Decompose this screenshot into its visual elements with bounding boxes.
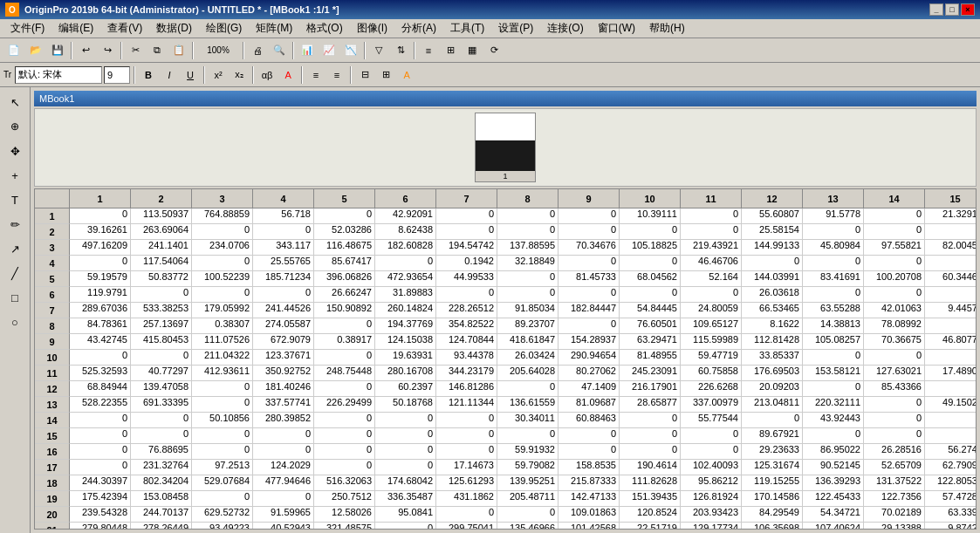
col-header-13[interactable]: 13 bbox=[803, 189, 864, 208]
cell-r20-c15[interactable]: 63.3392 bbox=[925, 507, 976, 523]
cell-r15-c10[interactable]: 0 bbox=[620, 428, 681, 444]
cell-r18-c9[interactable]: 215.87333 bbox=[559, 475, 620, 491]
cell-r9-c8[interactable]: 418.61847 bbox=[497, 334, 559, 350]
cell-r4-c2[interactable]: 117.54064 bbox=[131, 256, 192, 271]
cell-r20-c10[interactable]: 120.8524 bbox=[620, 507, 681, 523]
cell-r16-c14[interactable]: 26.28516 bbox=[864, 444, 925, 460]
cell-r14-c5[interactable]: 0 bbox=[314, 413, 375, 428]
cell-r5-c8[interactable]: 0 bbox=[497, 271, 559, 287]
undo-button[interactable]: ↩ bbox=[75, 41, 96, 60]
cell-r10-c4[interactable]: 123.37671 bbox=[253, 350, 314, 366]
cell-r13-c14[interactable]: 0 bbox=[864, 397, 925, 413]
graph-button[interactable]: 📊 bbox=[297, 41, 318, 60]
align-left[interactable]: ≡ bbox=[306, 66, 326, 84]
cell-r16-c7[interactable]: 0 bbox=[436, 444, 497, 460]
cell-r8-c12[interactable]: 8.1622 bbox=[742, 318, 803, 334]
cell-r7-c7[interactable]: 228.26512 bbox=[436, 303, 497, 318]
cell-r5-c6[interactable]: 472.93654 bbox=[375, 271, 436, 287]
text-tool[interactable]: T bbox=[3, 188, 26, 211]
cell-r17-c12[interactable]: 125.31674 bbox=[742, 460, 803, 475]
subscript-btn[interactable]: x₂ bbox=[230, 66, 249, 84]
row-num-6[interactable]: 6 bbox=[35, 287, 70, 303]
cell-r15-c5[interactable]: 0 bbox=[314, 428, 375, 444]
menu-plot[interactable]: 绘图(G) bbox=[199, 19, 249, 38]
close-button[interactable]: × bbox=[961, 3, 975, 16]
font-color-btn[interactable]: A bbox=[278, 66, 298, 84]
cell-r4-c13[interactable]: 0 bbox=[803, 256, 864, 271]
cell-r5-c13[interactable]: 83.41691 bbox=[803, 271, 864, 287]
cell-r5-c7[interactable]: 44.99533 bbox=[436, 271, 497, 287]
cell-r6-c14[interactable]: 0 bbox=[864, 287, 925, 303]
zoom-box[interactable]: 100% bbox=[196, 41, 240, 60]
cell-r6-c1[interactable]: 119.9791 bbox=[70, 287, 131, 303]
col-header-4[interactable]: 4 bbox=[253, 189, 314, 208]
cell-r9-c10[interactable]: 63.29471 bbox=[620, 334, 681, 350]
row-num-2[interactable]: 2 bbox=[35, 224, 70, 240]
cell-r13-c6[interactable]: 50.18768 bbox=[375, 397, 436, 413]
cell-r17-c14[interactable]: 52.65709 bbox=[864, 460, 925, 475]
cell-r8-c1[interactable]: 84.78361 bbox=[70, 318, 131, 334]
cell-r10-c13[interactable]: 0 bbox=[803, 350, 864, 366]
cell-r17-c15[interactable]: 62.79095 bbox=[925, 460, 976, 475]
cell-r7-c11[interactable]: 24.80059 bbox=[681, 303, 742, 318]
cell-r21-c6[interactable]: 0 bbox=[375, 523, 436, 529]
cell-r16-c12[interactable]: 29.23633 bbox=[742, 444, 803, 460]
cell-r12-c11[interactable]: 226.6268 bbox=[681, 381, 742, 397]
cell-r7-c12[interactable]: 66.53465 bbox=[742, 303, 803, 318]
cell-r2-c9[interactable]: 0 bbox=[559, 224, 620, 240]
cell-r11-c10[interactable]: 245.23091 bbox=[620, 366, 681, 381]
cell-r2-c8[interactable]: 0 bbox=[497, 224, 559, 240]
cell-r17-c4[interactable]: 124.2029 bbox=[253, 460, 314, 475]
chart-button[interactable]: 📈 bbox=[319, 41, 339, 60]
cell-r17-c3[interactable]: 97.2513 bbox=[192, 460, 253, 475]
cell-r2-c6[interactable]: 8.62438 bbox=[375, 224, 436, 240]
cell-r2-c14[interactable]: 0 bbox=[864, 224, 925, 240]
cell-r14-c12[interactable]: 0 bbox=[742, 413, 803, 428]
cell-r21-c10[interactable]: 22.51719 bbox=[620, 523, 681, 529]
cell-r19-c10[interactable]: 151.39435 bbox=[620, 491, 681, 507]
col-header-9[interactable]: 9 bbox=[559, 189, 620, 208]
cell-r19-c13[interactable]: 122.45433 bbox=[803, 491, 864, 507]
cell-r14-c14[interactable]: 0 bbox=[864, 413, 925, 428]
cell-r20-c14[interactable]: 70.02189 bbox=[864, 507, 925, 523]
cell-r10-c9[interactable]: 290.94654 bbox=[559, 350, 620, 366]
cell-r9-c6[interactable]: 124.15038 bbox=[375, 334, 436, 350]
cell-r12-c4[interactable]: 181.40246 bbox=[253, 381, 314, 397]
menu-settings[interactable]: 设置(P) bbox=[491, 19, 540, 38]
cell-r14-c6[interactable]: 0 bbox=[375, 413, 436, 428]
cell-r20-c11[interactable]: 203.93423 bbox=[681, 507, 742, 523]
cell-r1-c12[interactable]: 55.60807 bbox=[742, 208, 803, 224]
cell-r9-c13[interactable]: 105.08257 bbox=[803, 334, 864, 350]
cell-r16-c8[interactable]: 59.91932 bbox=[497, 444, 559, 460]
cell-r15-c6[interactable]: 0 bbox=[375, 428, 436, 444]
col-header-1[interactable]: 1 bbox=[70, 189, 131, 208]
cell-r19-c12[interactable]: 170.14586 bbox=[742, 491, 803, 507]
cell-r6-c5[interactable]: 26.66247 bbox=[314, 287, 375, 303]
cell-r17-c10[interactable]: 190.4614 bbox=[620, 460, 681, 475]
draw-tool[interactable]: ✏ bbox=[3, 213, 26, 236]
cell-r19-c1[interactable]: 175.42394 bbox=[70, 491, 131, 507]
cell-r19-c3[interactable]: 0 bbox=[192, 491, 253, 507]
cell-r8-c15[interactable]: 0 bbox=[925, 318, 976, 334]
cell-r3-c8[interactable]: 137.88595 bbox=[497, 240, 559, 256]
cell-r1-c1[interactable]: 0 bbox=[70, 208, 131, 224]
circle-tool[interactable]: ○ bbox=[3, 311, 26, 333]
cell-r3-c3[interactable]: 234.0706 bbox=[192, 240, 253, 256]
cell-r3-c14[interactable]: 97.55821 bbox=[864, 240, 925, 256]
cell-r17-c2[interactable]: 231.32764 bbox=[131, 460, 192, 475]
zoom-tool[interactable]: ⊕ bbox=[3, 115, 26, 138]
copy-button[interactable]: ⧉ bbox=[147, 41, 168, 60]
cell-r19-c5[interactable]: 250.7512 bbox=[314, 491, 375, 507]
cell-r5-c15[interactable]: 60.34464 bbox=[925, 271, 976, 287]
cell-r16-c15[interactable]: 56.2741 bbox=[925, 444, 976, 460]
cell-r18-c3[interactable]: 529.07684 bbox=[192, 475, 253, 491]
cell-r6-c3[interactable]: 0 bbox=[192, 287, 253, 303]
cell-r3-c2[interactable]: 241.1401 bbox=[131, 240, 192, 256]
cell-r12-c13[interactable]: 0 bbox=[803, 381, 864, 397]
cell-r8-c11[interactable]: 109.65127 bbox=[681, 318, 742, 334]
cell-r20-c6[interactable]: 95.0841 bbox=[375, 507, 436, 523]
cell-r7-c10[interactable]: 54.84445 bbox=[620, 303, 681, 318]
cell-r16-c2[interactable]: 76.88695 bbox=[131, 444, 192, 460]
cell-r20-c8[interactable]: 0 bbox=[497, 507, 559, 523]
cell-r8-c14[interactable]: 78.08992 bbox=[864, 318, 925, 334]
